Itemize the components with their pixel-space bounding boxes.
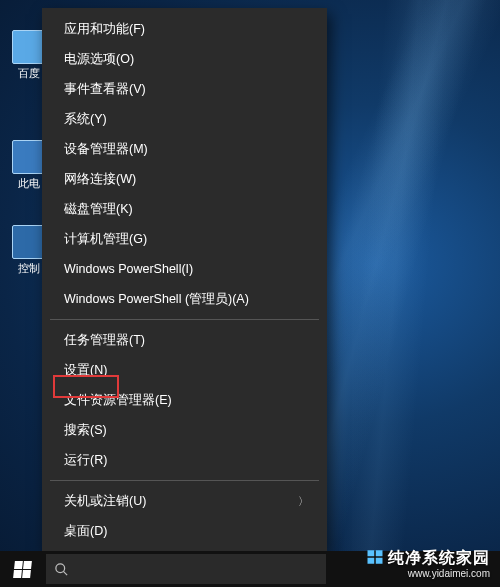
winx-context-menu: 应用和功能(F) 电源选项(O) 事件查看器(V) 系统(Y) 设备管理器(M)… [42, 8, 327, 552]
watermark: 纯净系统家园 www.yidaimei.com [366, 548, 490, 579]
desktop-icon-label: 控制 [18, 262, 40, 274]
menu-item-computer-management[interactable]: 计算机管理(G) [42, 224, 327, 254]
svg-rect-4 [368, 558, 375, 564]
menu-item-file-explorer[interactable]: 文件资源管理器(E) [42, 385, 327, 415]
svg-rect-3 [376, 550, 383, 556]
menu-item-shutdown-signout[interactable]: 关机或注销(U) 〉 [42, 486, 327, 516]
menu-item-apps-features[interactable]: 应用和功能(F) [42, 14, 327, 44]
desktop-icon-label: 百度 [18, 67, 40, 79]
menu-item-search[interactable]: 搜索(S) [42, 415, 327, 445]
menu-item-run[interactable]: 运行(R) [42, 445, 327, 475]
svg-line-1 [63, 571, 67, 575]
menu-item-device-manager[interactable]: 设备管理器(M) [42, 134, 327, 164]
menu-separator [50, 480, 319, 481]
menu-item-desktop[interactable]: 桌面(D) [42, 516, 327, 546]
menu-item-task-manager[interactable]: 任务管理器(T) [42, 325, 327, 355]
this-pc-icon [12, 140, 46, 174]
windows-logo-icon [13, 561, 32, 578]
taskbar-search[interactable]: 在这里输入你要搜索的内容 [46, 554, 326, 584]
svg-point-0 [56, 563, 65, 572]
desktop-icon-label: 此电 [18, 177, 40, 189]
start-button[interactable] [0, 551, 44, 587]
watermark-logo-icon [366, 548, 384, 566]
menu-item-powershell[interactable]: Windows PowerShell(I) [42, 254, 327, 284]
menu-separator [50, 319, 319, 320]
menu-item-power-options[interactable]: 电源选项(O) [42, 44, 327, 74]
watermark-title: 纯净系统家园 [388, 549, 490, 566]
desktop: 百度 此电 控制 应用和功能(F) 电源选项(O) 事件查看器(V) 系统(Y)… [0, 0, 500, 587]
menu-item-network-connections[interactable]: 网络连接(W) [42, 164, 327, 194]
app-icon [12, 30, 46, 64]
menu-item-disk-management[interactable]: 磁盘管理(K) [42, 194, 327, 224]
menu-item-powershell-admin[interactable]: Windows PowerShell (管理员)(A) [42, 284, 327, 314]
menu-item-system[interactable]: 系统(Y) [42, 104, 327, 134]
svg-rect-2 [368, 550, 375, 556]
watermark-url: www.yidaimei.com [366, 568, 490, 580]
menu-item-settings[interactable]: 设置(N) [42, 355, 327, 385]
chevron-right-icon: 〉 [298, 493, 309, 509]
svg-rect-5 [376, 558, 383, 564]
menu-item-event-viewer[interactable]: 事件查看器(V) [42, 74, 327, 104]
search-icon [54, 562, 69, 577]
control-panel-icon [12, 225, 46, 259]
